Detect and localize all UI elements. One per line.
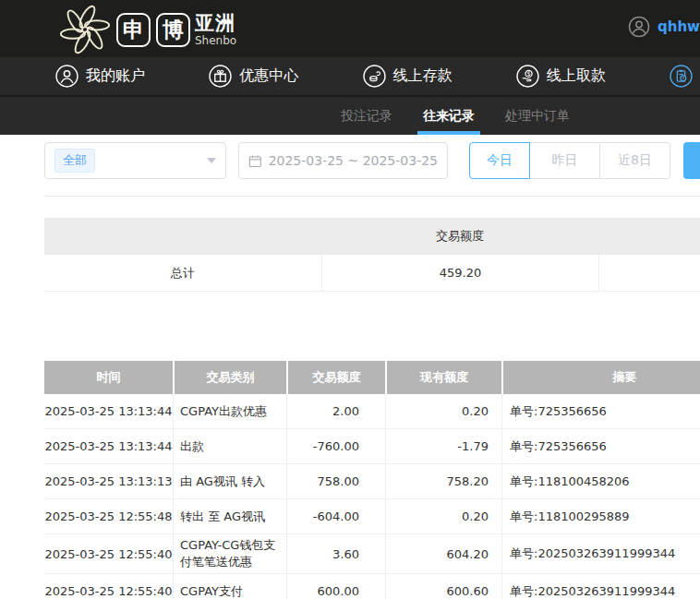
summary-total-label: 总计 — [44, 255, 321, 291]
active-tab-underline — [417, 131, 480, 135]
table-cell: 2025-03-25 12:55:48 — [44, 499, 173, 533]
tab-transaction-records[interactable]: 往来记录 — [420, 97, 477, 135]
summary-total-row: 总计 459.20 — [44, 255, 700, 292]
table-cell: 2025-03-25 12:55:40 — [44, 574, 173, 599]
logo-char-shen: 申 — [116, 13, 151, 47]
logo-subtitle: Shenbo — [195, 35, 236, 46]
table-cell: 单号:725356656 — [501, 429, 700, 463]
table-cell: -760.00 — [286, 429, 385, 463]
withdraw-icon: $ — [516, 65, 539, 88]
table-row: 2025-03-25 12:55:40CGPAY-CG钱包支付笔笔送优惠3.60… — [44, 534, 700, 574]
nav-label: 线上存款 — [393, 66, 453, 86]
nav-item-withdraw[interactable]: $ 线上取款 — [516, 65, 606, 88]
table-cell: 2025-03-25 13:13:44 — [44, 429, 173, 463]
filter-bar: 全部 2025-03-25 ~ 2025-03-25 今日 昨日 近8日 — [44, 142, 700, 179]
table-cell: CGPAY-CG钱包支付笔笔送优惠 — [173, 534, 286, 573]
user-account[interactable]: qhhw2 — [628, 16, 700, 38]
table-cell: 由 AG视讯 转入 — [173, 464, 286, 498]
table-cell: -604.00 — [286, 499, 385, 533]
today-button[interactable]: 今日 — [469, 142, 530, 179]
search-button[interactable] — [683, 142, 700, 179]
table-row: 2025-03-25 13:13:44CGPAY出款优惠2.000.20单号:7… — [44, 394, 700, 429]
nav-item-promotions[interactable]: 优惠中心 — [209, 65, 298, 88]
logo-char-bo: 博 — [156, 13, 190, 47]
table-cell: CGPAY出款优惠 — [173, 394, 286, 428]
svg-text:$: $ — [526, 70, 530, 78]
table-cell: 600.00 — [286, 574, 385, 599]
table-cell: 0.20 — [385, 499, 501, 533]
table-header-row: 时间 交易类别 交易额度 现有额度 摘要 — [44, 361, 700, 394]
table-row: 2025-03-25 12:55:40CGPAY支付600.00600.60单号… — [44, 574, 700, 599]
nav-label: 线上取款 — [547, 66, 606, 86]
table-cell: 2025-03-25 12:55:40 — [44, 534, 173, 573]
nav-item-deposit[interactable]: 线上存款 — [363, 65, 453, 88]
records-icon — [670, 65, 693, 88]
logo[interactable]: 申 博 亚洲 Shenbo — [59, 4, 236, 55]
username: qhhw2 — [658, 18, 700, 35]
table-cell: 758.00 — [286, 464, 385, 498]
col-header-type: 交易类别 — [173, 361, 286, 394]
table-cell: 758.20 — [385, 464, 501, 498]
col-header-balance: 现有额度 — [385, 361, 501, 394]
deposit-icon — [363, 65, 386, 88]
summary-table: 交易额度 总计 459.20 — [44, 218, 700, 292]
top-header: 申 博 亚洲 Shenbo qhhw2 — [0, 0, 700, 57]
table-cell: -1.79 — [385, 429, 501, 463]
type-select[interactable]: 全部 — [44, 142, 226, 179]
gift-icon — [209, 65, 232, 88]
table-cell: 0.20 — [385, 394, 501, 428]
nav-item-transaction-records[interactable]: 往来记录 — [670, 65, 700, 88]
table-body: 2025-03-25 13:13:44CGPAY出款优惠2.000.20单号:7… — [44, 394, 700, 599]
logo-region-text: 亚洲 — [195, 14, 236, 33]
user-avatar-icon — [628, 16, 650, 38]
date-range-value: 2025-03-25 ~ 2025-03-25 — [269, 153, 438, 168]
table-cell: 3.60 — [286, 534, 385, 573]
col-header-amount: 交易额度 — [286, 361, 385, 394]
summary-header-row: 交易额度 — [44, 218, 700, 255]
tab-betting-records[interactable]: 投注记录 — [338, 97, 395, 135]
tab-pending-orders[interactable]: 处理中订单 — [502, 97, 573, 135]
table-cell: 604.20 — [385, 534, 501, 573]
tab-label: 投注记录 — [341, 108, 392, 125]
quick-date-buttons: 今日 昨日 近8日 — [469, 142, 670, 179]
chevron-down-icon — [207, 158, 216, 163]
table-row: 2025-03-25 12:55:48转出 至 AG视讯-604.000.20单… — [44, 499, 700, 534]
main-navigation: 我的账户 优惠中心 线上存款 $ — [0, 57, 700, 97]
table-cell: 单号:202503263911999344 — [501, 534, 700, 573]
yesterday-button[interactable]: 昨日 — [529, 142, 600, 179]
table-row: 2025-03-25 13:13:13由 AG视讯 转入758.00758.20… — [44, 464, 700, 499]
calendar-icon — [248, 154, 262, 168]
transactions-table: 时间 交易类别 交易额度 现有额度 摘要 2025-03-25 13:13:44… — [44, 361, 700, 599]
table-row: 2025-03-25 13:13:44出款-760.00-1.79单号:7253… — [44, 429, 700, 464]
section-divider — [44, 196, 700, 197]
type-selected-chip[interactable]: 全部 — [54, 149, 95, 173]
table-cell: 单号:118100295889 — [501, 499, 700, 533]
table-cell: CGPAY支付 — [173, 574, 286, 599]
nav-label: 优惠中心 — [239, 66, 298, 86]
table-cell: 出款 — [173, 429, 286, 463]
table-cell: 2025-03-25 13:13:44 — [44, 394, 173, 428]
tab-label: 往来记录 — [423, 108, 475, 125]
nav-label: 我的账户 — [86, 66, 145, 86]
summary-total-value: 459.20 — [321, 255, 598, 291]
col-header-time: 时间 — [44, 361, 173, 394]
table-cell: 600.60 — [385, 574, 501, 599]
summary-header-label: 交易额度 — [321, 228, 598, 245]
table-cell: 单号:202503263911999344 — [501, 574, 700, 599]
table-cell: 转出 至 AG视讯 — [173, 499, 286, 533]
tab-label: 处理中订单 — [505, 108, 570, 125]
table-cell: 2025-03-25 13:13:13 — [44, 464, 173, 498]
user-icon — [55, 65, 78, 88]
nav-item-my-account[interactable]: 我的账户 — [55, 65, 145, 88]
flower-logo-icon — [59, 4, 111, 55]
table-cell: 单号:118100458206 — [501, 464, 700, 498]
table-cell: 2.00 — [286, 394, 385, 428]
sub-navigation: 投注记录 往来记录 处理中订单 — [0, 97, 700, 135]
last8days-button[interactable]: 近8日 — [599, 142, 670, 179]
table-cell: 单号:725356656 — [501, 394, 700, 428]
date-range-input[interactable]: 2025-03-25 ~ 2025-03-25 — [238, 142, 448, 179]
col-header-summary: 摘要 — [501, 361, 700, 394]
